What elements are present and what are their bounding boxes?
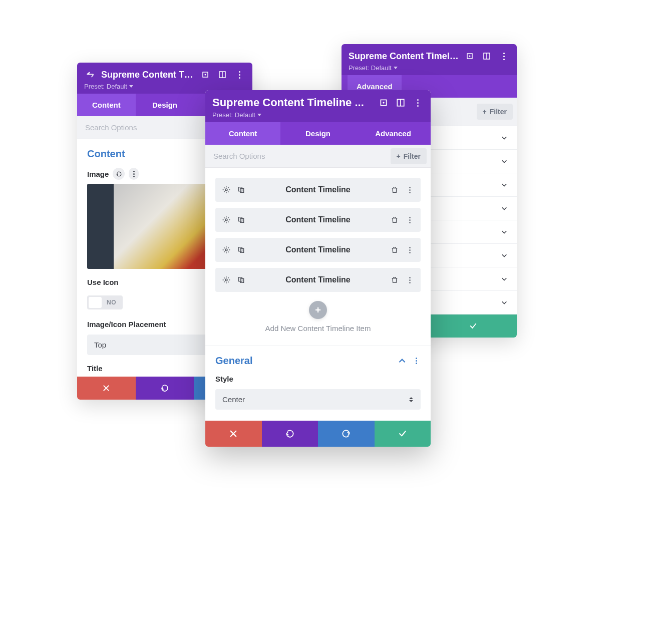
confirm-button[interactable] [375,421,431,447]
placement-value: Top [94,341,106,349]
duplicate-icon[interactable] [236,275,246,285]
svg-point-9 [383,102,384,103]
search-row: + Filter [205,145,431,168]
redo-button[interactable] [318,421,375,447]
duplicate-icon[interactable] [236,185,246,195]
reset-icon[interactable] [113,168,125,180]
timeline-item-label: Content Timeline [251,215,385,224]
duplicate-icon[interactable] [236,245,246,255]
chevron-down-icon [501,275,508,282]
item-more-icon[interactable] [405,245,415,255]
timeline-item-label: Content Timeline [251,275,385,284]
svg-point-18 [225,249,227,251]
more-icon[interactable] [498,50,510,62]
expand-icon[interactable] [464,50,476,62]
timeline-item-label: Content Timeline [251,185,385,194]
item-more-icon[interactable] [405,215,415,225]
undo-button[interactable] [136,377,194,400]
panel-layout-icon[interactable] [481,50,493,62]
gear-icon[interactable] [221,185,231,195]
style-value: Center [222,395,245,404]
field-label-style: Style [215,375,233,383]
timeline-item-list: Content Timeline Content Timeline Conten… [205,168,431,294]
filter-label: Filter [404,152,421,160]
add-item-button[interactable]: + [309,301,327,319]
undo-button[interactable] [262,421,318,447]
item-more-icon[interactable] [405,185,415,195]
tab-advanced[interactable]: Advanced [356,122,431,145]
tab-content[interactable]: Content [77,94,136,116]
close-button[interactable] [77,377,136,400]
svg-point-1 [469,56,471,57]
more-icon[interactable] [233,69,245,81]
panel-body: Content Timeline Content Timeline Conten… [205,168,431,421]
toggle-knob [89,297,102,308]
back-arrow-icon[interactable] [84,69,96,81]
timeline-item[interactable]: Content Timeline [215,208,421,232]
image-thumbnail [114,184,216,269]
select-caret-icon [409,397,414,402]
timeline-item-label: Content Timeline [251,245,385,254]
section-title-general: General [215,355,393,367]
panel-title: Supreme Content Timeline ... [212,96,373,109]
panel-layout-icon[interactable] [216,69,228,81]
preset-dropdown[interactable]: Preset: Default [212,111,261,119]
search-input[interactable] [205,145,387,167]
section-more-icon[interactable] [412,358,421,364]
chevron-down-icon [501,205,508,212]
filter-label: Filter [490,108,507,116]
chevron-down-icon [501,158,508,165]
preset-dropdown[interactable]: Preset: Default [349,64,398,72]
timeline-item[interactable]: Content Timeline [215,268,421,292]
field-label-placement: Image/Icon Placement [87,320,166,329]
gear-icon[interactable] [221,245,231,255]
expand-icon[interactable] [199,69,211,81]
preset-dropdown[interactable]: Preset: Default [84,83,133,90]
timeline-item[interactable]: Content Timeline [215,238,421,262]
confirm-button[interactable] [429,314,517,338]
chevron-up-icon [398,357,407,366]
expand-icon[interactable] [378,97,390,109]
field-label-title: Title [87,364,103,373]
svg-point-15 [225,219,227,221]
toggle-value: NO [102,299,121,306]
tab-design[interactable]: Design [280,122,356,145]
gear-icon[interactable] [221,215,231,225]
add-item-row: + Add New Content Timeline Item [205,294,431,346]
panel-title: Supreme Content Tim... [101,70,194,80]
duplicate-icon[interactable] [236,215,246,225]
trash-icon[interactable] [390,215,400,225]
tab-content[interactable]: Content [205,122,280,145]
svg-point-12 [225,189,227,191]
trash-icon[interactable] [390,245,400,255]
filter-button[interactable]: + Filter [477,104,513,120]
panel-header: Supreme Content Timeline ... Preset: Def… [342,44,517,75]
settings-panel-front: Supreme Content Timeline ... Preset: Def… [205,90,431,447]
chevron-down-icon [501,181,508,188]
panel-header: Supreme Content Timeline ... Preset: Def… [205,90,431,122]
style-select[interactable]: Center [215,389,421,410]
item-more-icon[interactable] [405,275,415,285]
filter-button[interactable]: + Filter [391,148,427,164]
chevron-down-icon [501,299,508,306]
tab-design[interactable]: Design [136,94,194,116]
close-button[interactable] [205,421,262,447]
trash-icon[interactable] [390,185,400,195]
panel-layout-icon[interactable] [395,97,407,109]
tabs: Content Design Advanced [205,122,431,145]
add-item-label: Add New Content Timeline Item [205,324,431,333]
chevron-down-icon [501,252,508,259]
more-icon[interactable] [412,97,424,109]
field-label-image: Image [87,170,109,178]
trash-icon[interactable] [390,275,400,285]
general-section-header[interactable]: General [205,346,431,372]
timeline-item[interactable]: Content Timeline [215,178,421,202]
chevron-down-icon [501,134,508,141]
gear-icon[interactable] [221,275,231,285]
field-more-icon[interactable] [129,168,139,180]
panel-title: Supreme Content Timeline ... [349,51,459,62]
plus-icon: + [483,108,487,116]
panel-footer [205,421,431,447]
use-icon-toggle[interactable]: NO [87,295,123,309]
svg-point-5 [205,74,206,76]
